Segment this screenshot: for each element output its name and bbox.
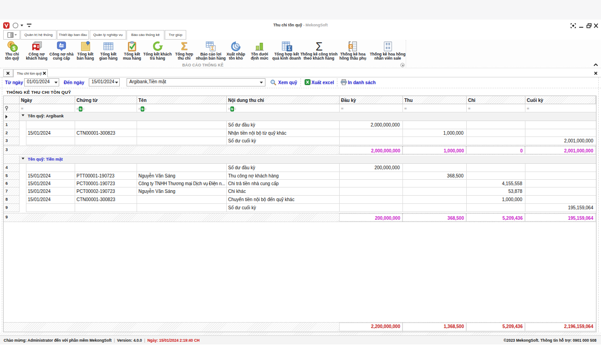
svg-text:Σ: Σ — [288, 46, 290, 51]
svg-text:$: $ — [12, 46, 15, 51]
svg-text:Σ: Σ — [211, 46, 214, 51]
svg-text:Σ: Σ — [316, 41, 322, 52]
svg-text:Σ: Σ — [181, 41, 188, 52]
